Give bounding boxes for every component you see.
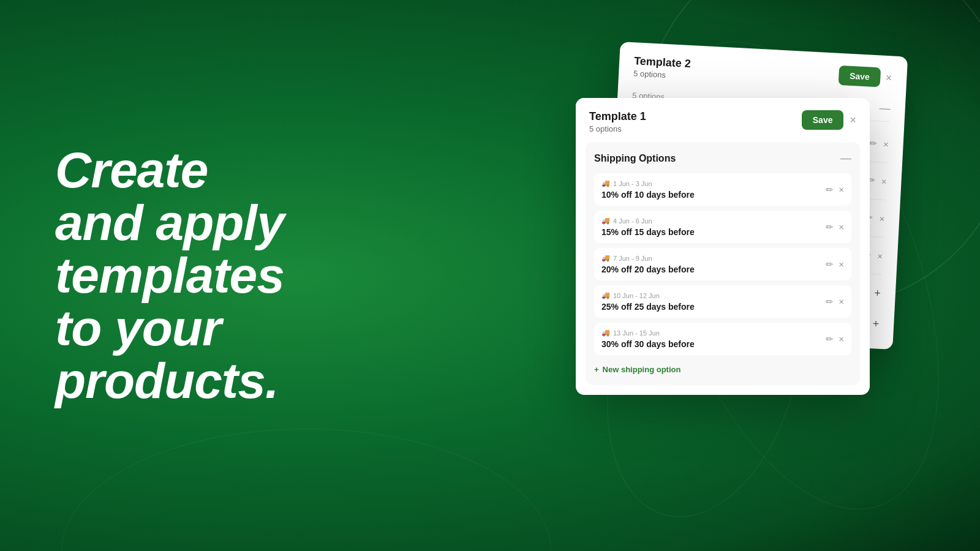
template-1-title-block: Template 1 5 options (589, 110, 646, 133)
template-1-header: Template 1 5 options Save × (576, 98, 870, 142)
template-1-actions: Save × (802, 110, 856, 130)
shipping-options-card: Shipping Options — 🚚 1 Jun - 3 Jun 10% o… (586, 142, 860, 385)
shipping-card-header: Shipping Options — (594, 152, 851, 165)
shipping-item-1-actions: ✏ × (826, 184, 844, 195)
truck-icon-3: 🚚 (601, 254, 610, 262)
shipping-item-4: 🚚 10 Jun - 12 Jun 25% off 25 days before… (594, 285, 851, 318)
panels-area: Template 2 5 options Save × 5 options — … (576, 31, 943, 533)
shipping-item-1-date: 🚚 1 Jun - 3 Jun (601, 179, 826, 187)
template-1-subtitle: 5 options (589, 124, 646, 133)
template-2-header: Template 2 5 options Save × (633, 54, 892, 91)
template-2-minimize-button[interactable]: — (879, 102, 891, 115)
shipping-item-2-delete-icon[interactable]: × (839, 222, 844, 232)
shipping-item-4-actions: ✏ × (826, 296, 844, 307)
template-2-row-1-edit-icon[interactable]: ✏ (869, 138, 878, 149)
shipping-item-4-content: 🚚 10 Jun - 12 Jun 25% off 25 days before (601, 291, 826, 312)
shipping-item-5-actions: ✏ × (826, 334, 844, 345)
shipping-item-2-label: 15% off 15 days before (601, 227, 826, 237)
truck-icon-1: 🚚 (601, 179, 610, 187)
shipping-item-5: 🚚 13 Jun - 15 Jun 30% off 30 days before… (594, 323, 851, 355)
shipping-item-5-content: 🚚 13 Jun - 15 Jun 30% off 30 days before (601, 329, 826, 349)
template-2-add-icon[interactable]: + (874, 287, 881, 300)
bg-decoration-3 (61, 429, 551, 551)
shipping-item-2-actions: ✏ × (826, 222, 844, 233)
shipping-item-2-edit-icon[interactable]: ✏ (826, 222, 834, 233)
shipping-item-5-delete-icon[interactable]: × (839, 334, 844, 344)
shipping-item-1-edit-icon[interactable]: ✏ (826, 184, 834, 195)
template-1-close-button[interactable]: × (850, 114, 856, 126)
template-1-panel: Template 1 5 options Save × Shipping Opt… (576, 98, 870, 395)
template-2-row-3-delete-icon[interactable]: × (879, 213, 885, 223)
shipping-item-3: 🚚 7 Jun - 9 Jun 20% off 20 days before ✏… (594, 248, 851, 280)
shipping-item-3-edit-icon[interactable]: ✏ (826, 259, 834, 270)
shipping-item-3-content: 🚚 7 Jun - 9 Jun 20% off 20 days before (601, 254, 826, 274)
template-1-save-button[interactable]: Save (802, 110, 844, 130)
hero-text: Create and apply templates to your produ… (55, 144, 284, 407)
shipping-card-title: Shipping Options (594, 153, 676, 164)
new-shipping-option-button[interactable]: + New shipping option (594, 360, 851, 375)
shipping-item-2: 🚚 4 Jun - 6 Jun 15% off 15 days before ✏… (594, 211, 851, 243)
shipping-item-3-date: 🚚 7 Jun - 9 Jun (601, 254, 826, 262)
shipping-item-1-delete-icon[interactable]: × (839, 184, 844, 195)
template-2-row-4-delete-icon[interactable]: × (877, 250, 883, 261)
new-option-plus-icon: + (594, 365, 599, 374)
shipping-item-1-label: 10% off 10 days before (601, 190, 826, 200)
shipping-item-3-delete-icon[interactable]: × (839, 259, 844, 269)
shipping-item-1-content: 🚚 1 Jun - 3 Jun 10% off 10 days before (601, 179, 826, 200)
truck-icon-4: 🚚 (601, 291, 610, 299)
shipping-item-4-label: 25% off 25 days before (601, 302, 826, 312)
shipping-item-2-content: 🚚 4 Jun - 6 Jun 15% off 15 days before (601, 217, 826, 237)
shipping-item-4-date: 🚚 10 Jun - 12 Jun (601, 291, 826, 299)
template-2-title: Template 2 (634, 54, 692, 70)
template-2-actions: Save × (838, 66, 892, 88)
template-2-row-1-delete-icon[interactable]: × (883, 138, 889, 149)
shipping-item-5-edit-icon[interactable]: ✏ (826, 334, 834, 345)
shipping-item-1: 🚚 1 Jun - 3 Jun 10% off 10 days before ✏… (594, 173, 851, 206)
shipping-item-4-delete-icon[interactable]: × (839, 296, 844, 307)
truck-icon-2: 🚚 (601, 217, 610, 225)
shipping-item-5-label: 30% off 30 days before (601, 339, 826, 349)
template-2-row-2-delete-icon[interactable]: × (881, 176, 887, 186)
template-2-save-button[interactable]: Save (838, 66, 881, 88)
template-2-add-bottom-icon[interactable]: + (872, 317, 880, 331)
truck-icon-5: 🚚 (601, 329, 610, 337)
shipping-item-2-date: 🚚 4 Jun - 6 Jun (601, 217, 826, 225)
shipping-item-5-date: 🚚 13 Jun - 15 Jun (601, 329, 826, 337)
shipping-item-3-actions: ✏ × (826, 259, 844, 270)
template-2-close-button[interactable]: × (885, 72, 892, 84)
new-option-label: New shipping option (603, 365, 681, 374)
template-2-subtitle: 5 options (633, 69, 690, 81)
template-2-title-block: Template 2 5 options (633, 54, 692, 81)
shipping-card-minimize-button[interactable]: — (840, 152, 851, 165)
shipping-item-3-label: 20% off 20 days before (601, 264, 826, 274)
template-1-title: Template 1 (589, 110, 646, 123)
shipping-item-4-edit-icon[interactable]: ✏ (826, 296, 834, 307)
